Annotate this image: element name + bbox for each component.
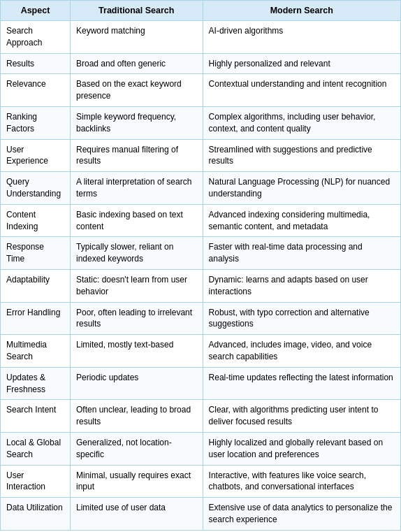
cell-aspect: Response Time	[1, 237, 71, 270]
cell-modern: Dynamic: learns and adapts based on user…	[203, 269, 400, 302]
cell-aspect: Ranking Factors	[1, 106, 71, 139]
cell-aspect: Query Understanding	[1, 172, 71, 205]
cell-traditional: Simple keyword frequency, backlinks	[70, 106, 203, 139]
table-row: Ranking FactorsSimple keyword frequency,…	[1, 106, 401, 139]
cell-modern: Faster with real-time data processing an…	[203, 237, 400, 270]
cell-aspect: Search Approach	[1, 21, 71, 54]
cell-modern: Streamlined with suggestions and predict…	[203, 139, 400, 172]
cell-modern: Robust, with typo correction and alterna…	[203, 302, 400, 335]
cell-aspect: Updates & Freshness	[1, 367, 71, 400]
cell-aspect: Adaptability	[1, 269, 71, 302]
cell-traditional: Generalized, not location-specific	[70, 432, 203, 465]
comparison-table: Aspect Traditional Search Modern Search …	[0, 0, 401, 531]
cell-traditional: Requires manual filtering of results	[70, 139, 203, 172]
cell-aspect: Search Intent	[1, 400, 71, 433]
table-row: Search ApproachKeyword matchingAI-driven…	[1, 21, 401, 54]
table-row: Response TimeTypically slower, reliant o…	[1, 237, 401, 270]
cell-traditional: Poor, often leading to irrelevant result…	[70, 302, 203, 335]
cell-modern: Natural Language Processing (NLP) for nu…	[203, 172, 400, 205]
header-modern: Modern Search	[203, 1, 400, 21]
cell-aspect: Content Indexing	[1, 204, 71, 237]
table-row: User ExperienceRequires manual filtering…	[1, 139, 401, 172]
cell-traditional: Periodic updates	[70, 367, 203, 400]
cell-modern: Complex algorithms, including user behav…	[203, 106, 400, 139]
cell-traditional: Limited use of user data	[70, 498, 203, 531]
cell-aspect: Error Handling	[1, 302, 71, 335]
cell-aspect: User Interaction	[1, 465, 71, 498]
table-row: Search IntentOften unclear, leading to b…	[1, 400, 401, 433]
table-row: Data UtilizationLimited use of user data…	[1, 498, 401, 531]
cell-modern: Advanced indexing considering multimedia…	[203, 204, 400, 237]
cell-modern: Extensive use of data analytics to perso…	[203, 498, 400, 531]
table-row: RelevanceBased on the exact keyword pres…	[1, 74, 401, 107]
cell-modern: Highly personalized and relevant	[203, 53, 400, 74]
table-row: User InteractionMinimal, usually require…	[1, 465, 401, 498]
cell-aspect: Local & Global Search	[1, 432, 71, 465]
cell-modern: Clear, with algorithms predicting user i…	[203, 400, 400, 433]
cell-traditional: Often unclear, leading to broad results	[70, 400, 203, 433]
table-row: ResultsBroad and often genericHighly per…	[1, 53, 401, 74]
cell-traditional: Static: doesn't learn from user behavior	[70, 269, 203, 302]
cell-traditional: Basic indexing based on text content	[70, 204, 203, 237]
cell-aspect: User Experience	[1, 139, 71, 172]
cell-traditional: A literal interpretation of search terms	[70, 172, 203, 205]
cell-modern: Real-time updates reflecting the latest …	[203, 367, 400, 400]
cell-traditional: Keyword matching	[70, 21, 203, 54]
cell-modern: Highly localized and globally relevant b…	[203, 432, 400, 465]
cell-modern: Contextual understanding and intent reco…	[203, 74, 400, 107]
cell-traditional: Limited, mostly text-based	[70, 335, 203, 368]
table-row: Local & Global SearchGeneralized, not lo…	[1, 432, 401, 465]
cell-traditional: Based on the exact keyword presence	[70, 74, 203, 107]
cell-aspect: Multimedia Search	[1, 335, 71, 368]
cell-aspect: Results	[1, 53, 71, 74]
table-row: Query UnderstandingA literal interpretat…	[1, 172, 401, 205]
cell-aspect: Data Utilization	[1, 498, 71, 531]
cell-traditional: Minimal, usually requires exact input	[70, 465, 203, 498]
cell-modern: Advanced, includes image, video, and voi…	[203, 335, 400, 368]
cell-traditional: Typically slower, reliant on indexed key…	[70, 237, 203, 270]
cell-aspect: Relevance	[1, 74, 71, 107]
table-row: Updates & FreshnessPeriodic updatesReal-…	[1, 367, 401, 400]
header-aspect: Aspect	[1, 1, 71, 21]
header-traditional: Traditional Search	[70, 1, 203, 21]
table-row: Content IndexingBasic indexing based on …	[1, 204, 401, 237]
cell-traditional: Broad and often generic	[70, 53, 203, 74]
cell-modern: Interactive, with features like voice se…	[203, 465, 400, 498]
table-row: AdaptabilityStatic: doesn't learn from u…	[1, 269, 401, 302]
cell-modern: AI-driven algorithms	[203, 21, 400, 54]
table-row: Error HandlingPoor, often leading to irr…	[1, 302, 401, 335]
table-row: Multimedia SearchLimited, mostly text-ba…	[1, 335, 401, 368]
